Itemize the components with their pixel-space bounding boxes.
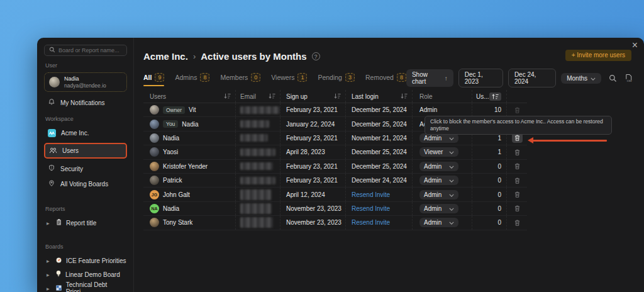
chevron-down-icon [449,191,454,198]
sort-icon[interactable] [400,93,408,101]
column-header[interactable]: Sign up [286,93,308,100]
tab-members[interactable]: Members0 [220,73,260,83]
column-header[interactable]: Users [150,93,166,100]
chevron-down-icon [449,163,454,170]
target-icon [55,257,62,265]
sidebar-item-security[interactable]: Security [44,162,127,176]
shield-icon [48,164,55,173]
delete-user-button[interactable] [514,177,521,184]
last-login-date: December 25, 2024 [352,163,407,170]
chevron-down-icon [449,149,454,155]
user-section-label: User [45,62,126,69]
sidebar-item-voting-boards[interactable]: All Voting Boards [44,177,127,191]
delete-user-button[interactable] [514,191,521,198]
breadcrumb-separator-icon: › [193,52,196,61]
column-header[interactable]: Us... [476,93,489,100]
column-header[interactable]: Last login [352,93,379,100]
user-name: Yaosi [163,149,178,155]
profile-card[interactable]: Nadia nadya@tendee.io [44,72,127,92]
role-select[interactable]: Admin [419,133,458,143]
expand-caret-icon[interactable]: ▶ [47,221,52,225]
column-header[interactable]: Email [240,93,256,100]
email-redacted [240,203,272,214]
breadcrumb-workspace[interactable]: Acme Inc. [143,51,188,62]
tab-all[interactable]: All9 [143,73,164,83]
expand-caret-icon[interactable]: ▶ [47,286,52,291]
sidebar-item-workspace[interactable]: Acme Inc. [44,126,127,140]
sidebar-search-input[interactable]: Board or Report name... [44,45,127,56]
sidebar-item-notifications[interactable]: My Notifications [44,96,127,110]
tab-pending[interactable]: Pending3 [318,73,355,83]
resend-invite-link[interactable]: Resend Invite [352,205,390,212]
tab-removed[interactable]: Removed8 [365,73,406,83]
resend-invite-link[interactable]: Resend Invite [352,219,390,226]
avatar [150,105,159,115]
users-table: Users Email Sign up Last login Role Us..… [143,90,527,230]
user-name: Patrick [163,177,182,184]
board-label: Linear Demo Board [65,271,120,278]
sidebar-item-report-title[interactable]: ▶ Report title [44,216,127,230]
pin-icon [48,179,55,188]
delete-user-button[interactable] [514,149,521,156]
role-select[interactable]: Admin [419,204,458,213]
role-select[interactable]: Admin [419,162,458,171]
sidebar-item-board-linear[interactable]: ▶ Linear Demo Board [44,267,127,281]
page-title: Active users by Months [201,51,306,62]
user-name: Nadia [163,135,179,142]
sidebar-item-board-ice[interactable]: ▶ ICE Feature Priorities [44,254,127,267]
users-label: Users [62,147,79,154]
tab-admins[interactable]: Admins8 [175,73,209,83]
user-name: Kristofer Yender [163,163,208,170]
period-dropdown[interactable]: Months [561,73,601,84]
user-name: Nadia [182,121,198,128]
help-icon[interactable]: ? [312,52,320,60]
block-access-tooltip: Click to block the member's access to Ac… [425,116,612,135]
usage-count: 0 [472,188,507,201]
user-name: Vit [189,106,196,113]
user-badge: You [163,120,178,128]
sort-icon[interactable] [223,93,231,101]
tab-count-badge: 8 [397,73,406,82]
bulb-icon [55,270,62,279]
role-select[interactable]: Admin [419,190,458,199]
user-badge: Owner [163,106,185,114]
sort-icon[interactable] [268,93,276,101]
usage-count: 0 [472,216,507,229]
delete-user-button[interactable] [514,205,521,212]
sort-icon[interactable] [333,93,341,101]
sidebar-item-board-technical-debt[interactable]: ▶ Technical Debt Priori... [44,281,127,292]
invite-more-users-button[interactable]: + Invite more users [565,50,631,61]
expand-caret-icon[interactable]: ▶ [47,259,52,263]
avatar [150,162,159,171]
date-from-button[interactable]: Dec 1, 2023 [458,69,503,87]
sidebar-item-users[interactable]: Users [44,143,127,159]
role-select[interactable]: Admin [419,176,458,185]
signup-date: April 28, 2023 [280,145,346,159]
chevron-down-icon [449,205,454,212]
delete-user-button[interactable] [514,106,521,114]
close-icon[interactable]: × [632,40,638,50]
show-chart-button[interactable]: Show chart ↑ [406,69,453,87]
export-csv-icon[interactable]: CSV [625,74,633,82]
board-label: ICE Feature Priorities [66,257,126,264]
board-label: Technical Debt Priori... [66,281,127,292]
column-header[interactable]: Role [419,93,433,100]
plus-icon: + [572,52,575,59]
resend-invite-link[interactable]: Resend Invite [352,191,390,198]
date-to-button[interactable]: Dec 24, 2024 [508,69,556,87]
tab-viewers[interactable]: Viewers1 [271,73,307,83]
search-icon[interactable] [609,74,617,82]
sort-icon-active[interactable] [489,93,501,101]
email-redacted [240,217,273,228]
delete-user-button[interactable] [514,162,521,170]
signup-date: November 23, 2023 [280,216,346,229]
signup-date: April 12, 2024 [280,188,346,201]
role-select[interactable]: Admin [419,218,458,227]
delete-user-button[interactable] [514,219,521,227]
expand-caret-icon[interactable]: ▶ [47,272,52,277]
table-row: YaosiApril 28, 2023December 25, 2024View… [143,145,527,159]
table-row: NANadiaNovember 23, 2023Resend InviteAdm… [143,202,527,216]
role-select[interactable]: Viewer [419,147,458,157]
desktop-background: Board or Report name... User Nadia nadya… [0,0,644,292]
workspace-section-label: Workspace [45,116,126,122]
